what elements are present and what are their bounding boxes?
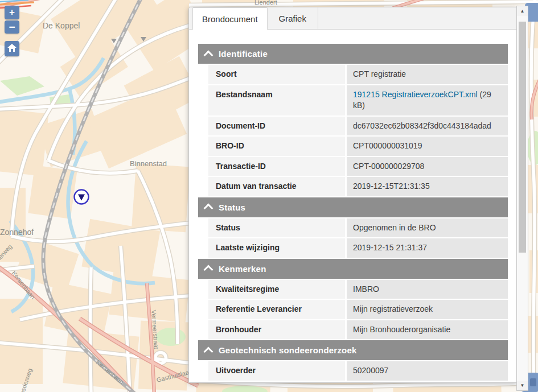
tab-bar: Brondocument Grafiek [189,7,516,30]
bro-loket-app: LiendertDe KoppelBinnenstadZonnehof Kers… [0,0,538,392]
map-marker[interactable] [75,190,89,204]
detail-row: Uitvoerder50200097 [208,361,508,381]
detail-row: SoortCPT registratie [208,65,508,84]
row-label: Laatste wijziging [208,238,345,258]
chevron-up-icon [204,265,213,275]
row-value: 2019-12-15 21:31:37 [347,238,508,258]
section-header[interactable]: Status [198,197,508,217]
chevron-up-icon [204,50,213,60]
row-label: Bronhouder [208,320,345,340]
detail-row: StatusOpgenomen in de BRO [208,218,508,238]
row-label: Kwaliteitsregime [208,280,345,299]
row-label: BRO-ID [208,137,345,156]
row-label: Transactie-ID [208,157,345,176]
row-label: Status [208,218,345,238]
detail-row: Datum van transactie2019-12-15T21:31:35 [208,177,508,196]
row-label: Document-ID [208,117,345,136]
row-value: 191215 RegistratieverzoekCPT.xml (29 kB) [347,85,508,115]
row-value: 2019-12-15T21:31:35 [347,177,508,196]
chevron-up-icon [204,346,213,356]
row-value: Mijn registratieverzoek [347,300,508,319]
chevron-up-icon [204,204,213,213]
scroll-up-button[interactable]: ▲ [517,6,528,16]
row-value: dc67032ec62b08342f3d0c443184adad [347,117,508,136]
section-header[interactable]: Geotechnisch sondeeronderzoek [198,340,508,360]
row-value: CPT000000031019 [347,137,508,156]
row-label: Uitvoerder [208,361,345,381]
detail-row: Referentie LeverancierMijn registratieve… [208,300,508,319]
row-value: CPT-000000029708 [347,157,508,176]
row-value: 50200097 [347,361,508,381]
arrow-icon [530,378,536,386]
map-area-label: Zonnehof [0,228,34,237]
scroll-down-button[interactable]: ▼ [517,381,528,390]
row-label: Datum van transactie [208,177,345,196]
detail-row: KwaliteitsregimeIMBRO [208,280,508,299]
row-label: Bestandsnaam [208,85,345,115]
row-value: CPT registratie [347,65,508,84]
panel-scrollbar[interactable]: ▲ ▼ [516,6,528,391]
zoom-in-button[interactable]: + [5,6,19,19]
map-area-label: Binnenstad [130,159,167,168]
tab-brondocument[interactable]: Brondocument [192,7,268,30]
row-label: Soort [208,65,345,84]
detail-row: BRO-IDCPT000000031019 [208,137,508,156]
detail-row: Bestandsnaam191215 RegistratieverzoekCPT… [208,85,508,115]
section-title: Status [219,203,245,212]
panel-sections: IdentificatieSoortCPT registratieBestand… [189,30,516,381]
row-value: IMBRO [347,280,508,299]
home-icon [7,44,17,54]
section-title: Kenmerken [219,264,266,274]
section-header[interactable]: Identificatie [198,44,508,64]
detail-row: Document-IDdc67032ec62b08342f3d0c443184a… [208,117,508,136]
home-button[interactable] [5,41,19,56]
map-area-label: Liendert [254,0,277,6]
section-header[interactable]: Kenmerken [198,259,508,279]
row-label: Referentie Leverancier [208,300,345,319]
scrollbar-thumb[interactable] [519,22,526,253]
map-area-label: De Koppel [43,21,80,30]
file-link[interactable]: 191215 RegistratieverzoekCPT.xml [353,90,478,99]
section-rows: StatusOpgenomen in de BROLaatste wijzigi… [208,218,508,258]
row-value: Opgenomen in de BRO [347,218,508,238]
detail-row: BronhouderMijn Bronhouderorganisatie [208,320,508,340]
detail-panel: Brondocument Grafiek IdentificatieSoortC… [188,7,517,383]
section-title: Identificatie [219,49,268,59]
section-title: Geotechnisch sondeeronderzoek [219,345,357,355]
tab-grafiek[interactable]: Grafiek [268,7,318,29]
section-rows: Uitvoerder50200097 [208,361,508,381]
row-value: Mijn Bronhouderorganisatie [347,320,508,340]
section-rows: KwaliteitsregimeIMBROReferentie Leveranc… [208,280,508,340]
zoom-out-button[interactable]: − [5,20,19,34]
detail-row: Laatste wijziging2019-12-15 21:31:37 [208,238,508,258]
section-rows: SoortCPT registratieBestandsnaam191215 R… [208,65,508,196]
detail-row: Transactie-IDCPT-000000029708 [208,157,508,176]
